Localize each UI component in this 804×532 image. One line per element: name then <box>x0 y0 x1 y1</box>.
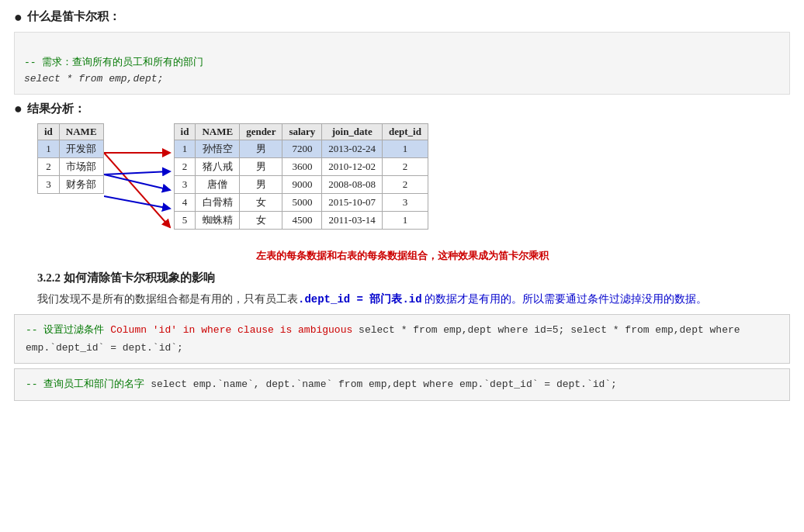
left-table-header-id: id <box>38 123 60 140</box>
right-table-row3-col3: 5000 <box>282 193 322 211</box>
right-table-row0-col4: 2013-02-24 <box>322 140 383 157</box>
right-table-row2-col3: 9000 <box>282 175 322 193</box>
code-comment-1: -- 需求：查询所有的员工和所有的部门 <box>24 57 203 68</box>
section-title-2: 结果分析： <box>27 100 85 118</box>
code3-line2: select emp.`name`, dept.`name` from emp,… <box>151 378 617 390</box>
left-table-row1-col0: 2 <box>38 157 60 175</box>
svg-line-3 <box>104 174 170 190</box>
right-table-row0-col5: 1 <box>383 140 428 157</box>
right-table-row2-col2: 男 <box>240 175 282 193</box>
tables-container: id NAME 1开发部2市场部3财务部 <box>37 123 790 243</box>
arrows-svg <box>104 142 174 243</box>
left-table-row1-col1: 市场部 <box>59 157 103 175</box>
bullet-item-2: ● 结果分析： <box>14 99 790 119</box>
caption-text: 左表的每条数据和右表的每条数据组合，这种效果成为笛卡尔乘积 <box>14 249 790 263</box>
right-table-row0-col0: 1 <box>174 140 196 157</box>
left-table-row0-col0: 1 <box>38 140 60 157</box>
left-table-row2-col1: 财务部 <box>59 175 103 193</box>
right-table-row4-col0: 5 <box>174 211 196 229</box>
bullet-item-1: ● 什么是笛卡尔积： <box>14 8 790 27</box>
right-table-row4-col3: 4500 <box>282 211 322 229</box>
bullet-1: ● <box>14 8 23 27</box>
code-block-2: -- 设置过滤条件 Column 'id' in where clause is… <box>14 314 790 364</box>
right-table-row1-col1: 猪八戒 <box>196 157 240 175</box>
right-table-row1-col5: 2 <box>383 157 428 175</box>
code2-line2: select * from emp,dept where id=5; <box>359 324 564 336</box>
right-table-row1-col3: 3600 <box>282 157 322 175</box>
right-table-row3-col0: 4 <box>174 193 196 211</box>
para-1-part2: 的数据才是有用的。所以需要通过条件过滤掉没用的数据。 <box>422 293 708 305</box>
right-table-row4-col4: 2011-03-14 <box>322 211 383 229</box>
right-table: id NAME gender salary join_date dept_id … <box>174 123 428 230</box>
svg-line-4 <box>104 196 170 209</box>
svg-line-2 <box>104 171 170 174</box>
right-table-row3-col4: 2015-10-07 <box>322 193 383 211</box>
right-table-row0-col1: 孙悟空 <box>196 140 240 157</box>
para-1-bold: .dept_id = 部门表.id <box>298 293 422 306</box>
right-table-row1-col4: 2010-12-02 <box>322 157 383 175</box>
left-table-header-name: NAME <box>59 123 103 140</box>
left-table-row0-col1: 开发部 <box>59 140 103 157</box>
para-1-part1: 我们发现不是所有的数据组合都是有用的，只有员工表 <box>37 293 298 305</box>
right-table-row2-col4: 2008-08-08 <box>322 175 383 193</box>
right-table-header-id: id <box>174 123 196 140</box>
right-table-header-deptid: dept_id <box>383 123 428 140</box>
left-table-row: 2市场部 <box>38 157 104 175</box>
right-table-row2-col5: 2 <box>383 175 428 193</box>
code-block-1: -- 需求：查询所有的员工和所有的部门 select * from emp,de… <box>14 32 790 94</box>
code3-comment: -- 查询员工和部门的名字 <box>26 378 144 390</box>
code-line-1: select * from emp,dept; <box>24 73 163 85</box>
right-table-row4-col5: 1 <box>383 211 428 229</box>
left-table-row: 1开发部 <box>38 140 104 157</box>
right-table-row3-col2: 女 <box>240 193 282 211</box>
right-table-row4-col1: 蜘蛛精 <box>196 211 240 229</box>
right-table-row1-col0: 2 <box>174 157 196 175</box>
right-table-row3-col1: 白骨精 <box>196 193 240 211</box>
code2-comment: -- 设置过滤条件 <box>26 324 104 336</box>
right-table-row0-col2: 男 <box>240 140 282 157</box>
right-table-header-joindate: join_date <box>322 123 383 140</box>
code2-red: Column 'id' in where clause is ambiguous <box>104 324 352 336</box>
right-table-row2-col0: 3 <box>174 175 196 193</box>
left-table-row2-col0: 3 <box>38 175 60 193</box>
section-322-heading: 3.2.2 如何清除笛卡尔积现象的影响 <box>37 271 790 285</box>
left-table-row: 3财务部 <box>38 175 104 193</box>
code-block-3: -- 查询员工和部门的名字 select emp.`name`, dept.`n… <box>14 368 790 400</box>
right-table-row: 4白骨精女50002015-10-073 <box>174 193 428 211</box>
right-table-header-name: NAME <box>196 123 240 140</box>
para-1: 我们发现不是所有的数据组合都是有用的，只有员工表.dept_id = 部门表.i… <box>37 290 790 309</box>
right-table-row: 2猪八戒男36002010-12-022 <box>174 157 428 175</box>
section-title-1: 什么是笛卡尔积： <box>27 8 120 26</box>
right-table-row: 3唐僧男90002008-08-082 <box>174 175 428 193</box>
right-table-row2-col1: 唐僧 <box>196 175 240 193</box>
right-table-header-salary: salary <box>282 123 322 140</box>
right-table-row4-col2: 女 <box>240 211 282 229</box>
bullet-2: ● <box>14 99 23 119</box>
right-table-row: 1孙悟空男72002013-02-241 <box>174 140 428 157</box>
right-table-header-gender: gender <box>240 123 282 140</box>
left-table: id NAME 1开发部2市场部3财务部 <box>37 123 104 194</box>
right-table-row3-col5: 3 <box>383 193 428 211</box>
right-table-row0-col3: 7200 <box>282 140 322 157</box>
right-table-row1-col2: 男 <box>240 157 282 175</box>
right-table-row: 5蜘蛛精女45002011-03-141 <box>174 211 428 229</box>
svg-line-1 <box>104 153 170 227</box>
